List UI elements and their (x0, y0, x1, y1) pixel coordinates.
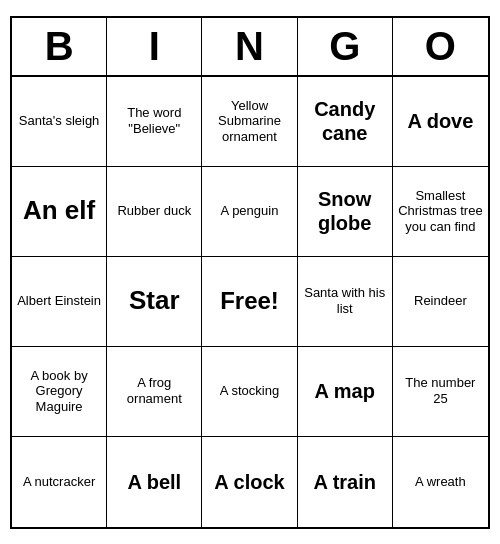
header-letter: I (107, 18, 202, 75)
bingo-cell: Reindeer (393, 257, 488, 347)
header-letter: N (202, 18, 297, 75)
bingo-cell: A train (298, 437, 393, 527)
header-letter: G (298, 18, 393, 75)
bingo-cell: A frog ornament (107, 347, 202, 437)
bingo-cell: A penguin (202, 167, 297, 257)
bingo-header: BINGO (12, 18, 488, 77)
bingo-cell: A nutcracker (12, 437, 107, 527)
bingo-cell: A stocking (202, 347, 297, 437)
bingo-card: BINGO Santa's sleighThe word "Believe"Ye… (10, 16, 490, 529)
bingo-cell: Rubber duck (107, 167, 202, 257)
bingo-cell: An elf (12, 167, 107, 257)
header-letter: B (12, 18, 107, 75)
bingo-cell: Free! (202, 257, 297, 347)
bingo-cell: A bell (107, 437, 202, 527)
bingo-cell: Albert Einstein (12, 257, 107, 347)
bingo-grid: Santa's sleighThe word "Believe"Yellow S… (12, 77, 488, 527)
bingo-cell: Santa's sleigh (12, 77, 107, 167)
bingo-cell: A book by Gregory Maguire (12, 347, 107, 437)
bingo-cell: The number 25 (393, 347, 488, 437)
bingo-cell: Candy cane (298, 77, 393, 167)
header-letter: O (393, 18, 488, 75)
bingo-cell: A clock (202, 437, 297, 527)
bingo-cell: A dove (393, 77, 488, 167)
bingo-cell: Snow globe (298, 167, 393, 257)
bingo-cell: The word "Believe" (107, 77, 202, 167)
bingo-cell: Santa with his list (298, 257, 393, 347)
bingo-cell: A map (298, 347, 393, 437)
bingo-cell: A wreath (393, 437, 488, 527)
bingo-cell: Smallest Christmas tree you can find (393, 167, 488, 257)
bingo-cell: Star (107, 257, 202, 347)
bingo-cell: Yellow Submarine ornament (202, 77, 297, 167)
